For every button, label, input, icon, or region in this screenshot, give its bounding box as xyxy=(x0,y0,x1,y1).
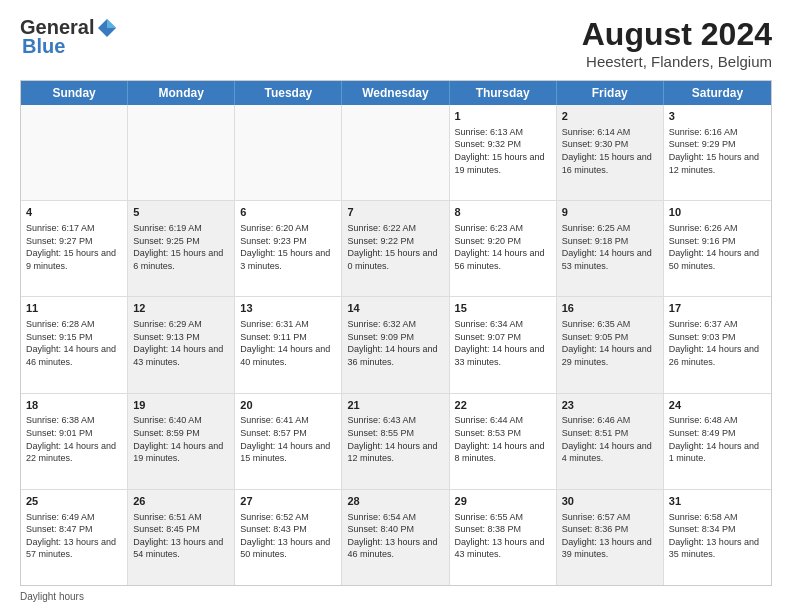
cal-header-day-thursday: Thursday xyxy=(450,81,557,105)
cell-info: Sunrise: 6:44 AM Sunset: 8:53 PM Dayligh… xyxy=(455,414,551,464)
cell-info: Sunrise: 6:32 AM Sunset: 9:09 PM Dayligh… xyxy=(347,318,443,368)
day-number: 11 xyxy=(26,301,122,316)
cell-info: Sunrise: 6:52 AM Sunset: 8:43 PM Dayligh… xyxy=(240,511,336,561)
cell-info: Sunrise: 6:19 AM Sunset: 9:25 PM Dayligh… xyxy=(133,222,229,272)
day-number: 20 xyxy=(240,398,336,413)
main-title: August 2024 xyxy=(582,16,772,53)
cal-header-day-monday: Monday xyxy=(128,81,235,105)
cell-info: Sunrise: 6:41 AM Sunset: 8:57 PM Dayligh… xyxy=(240,414,336,464)
day-number: 31 xyxy=(669,494,766,509)
cal-cell-10: 10Sunrise: 6:26 AM Sunset: 9:16 PM Dayli… xyxy=(664,201,771,296)
cell-info: Sunrise: 6:14 AM Sunset: 9:30 PM Dayligh… xyxy=(562,126,658,176)
cal-cell-empty-0-1 xyxy=(128,105,235,200)
logo-blue-text: Blue xyxy=(22,35,65,58)
day-number: 21 xyxy=(347,398,443,413)
day-number: 28 xyxy=(347,494,443,509)
day-number: 17 xyxy=(669,301,766,316)
cell-info: Sunrise: 6:20 AM Sunset: 9:23 PM Dayligh… xyxy=(240,222,336,272)
cell-info: Sunrise: 6:58 AM Sunset: 8:34 PM Dayligh… xyxy=(669,511,766,561)
day-number: 13 xyxy=(240,301,336,316)
day-number: 12 xyxy=(133,301,229,316)
cal-cell-24: 24Sunrise: 6:48 AM Sunset: 8:49 PM Dayli… xyxy=(664,394,771,489)
cell-info: Sunrise: 6:23 AM Sunset: 9:20 PM Dayligh… xyxy=(455,222,551,272)
cal-cell-2: 2Sunrise: 6:14 AM Sunset: 9:30 PM Daylig… xyxy=(557,105,664,200)
day-number: 14 xyxy=(347,301,443,316)
cal-cell-empty-0-0 xyxy=(21,105,128,200)
cell-info: Sunrise: 6:31 AM Sunset: 9:11 PM Dayligh… xyxy=(240,318,336,368)
svg-marker-1 xyxy=(107,19,116,28)
cal-cell-1: 1Sunrise: 6:13 AM Sunset: 9:32 PM Daylig… xyxy=(450,105,557,200)
cal-cell-29: 29Sunrise: 6:55 AM Sunset: 8:38 PM Dayli… xyxy=(450,490,557,585)
day-number: 3 xyxy=(669,109,766,124)
cal-cell-30: 30Sunrise: 6:57 AM Sunset: 8:36 PM Dayli… xyxy=(557,490,664,585)
cell-info: Sunrise: 6:34 AM Sunset: 9:07 PM Dayligh… xyxy=(455,318,551,368)
day-number: 7 xyxy=(347,205,443,220)
day-number: 18 xyxy=(26,398,122,413)
cell-info: Sunrise: 6:25 AM Sunset: 9:18 PM Dayligh… xyxy=(562,222,658,272)
calendar: SundayMondayTuesdayWednesdayThursdayFrid… xyxy=(20,80,772,586)
day-number: 23 xyxy=(562,398,658,413)
day-number: 6 xyxy=(240,205,336,220)
day-number: 29 xyxy=(455,494,551,509)
day-number: 15 xyxy=(455,301,551,316)
day-number: 10 xyxy=(669,205,766,220)
day-number: 1 xyxy=(455,109,551,124)
cell-info: Sunrise: 6:28 AM Sunset: 9:15 PM Dayligh… xyxy=(26,318,122,368)
cell-info: Sunrise: 6:17 AM Sunset: 9:27 PM Dayligh… xyxy=(26,222,122,272)
day-number: 22 xyxy=(455,398,551,413)
cal-cell-27: 27Sunrise: 6:52 AM Sunset: 8:43 PM Dayli… xyxy=(235,490,342,585)
calendar-header: SundayMondayTuesdayWednesdayThursdayFrid… xyxy=(21,81,771,105)
cell-info: Sunrise: 6:55 AM Sunset: 8:38 PM Dayligh… xyxy=(455,511,551,561)
cal-row-4: 25Sunrise: 6:49 AM Sunset: 8:47 PM Dayli… xyxy=(21,490,771,585)
cal-cell-13: 13Sunrise: 6:31 AM Sunset: 9:11 PM Dayli… xyxy=(235,297,342,392)
cal-cell-14: 14Sunrise: 6:32 AM Sunset: 9:09 PM Dayli… xyxy=(342,297,449,392)
cell-info: Sunrise: 6:51 AM Sunset: 8:45 PM Dayligh… xyxy=(133,511,229,561)
cell-info: Sunrise: 6:57 AM Sunset: 8:36 PM Dayligh… xyxy=(562,511,658,561)
cell-info: Sunrise: 6:26 AM Sunset: 9:16 PM Dayligh… xyxy=(669,222,766,272)
day-number: 25 xyxy=(26,494,122,509)
cal-row-2: 11Sunrise: 6:28 AM Sunset: 9:15 PM Dayli… xyxy=(21,297,771,393)
cal-cell-11: 11Sunrise: 6:28 AM Sunset: 9:15 PM Dayli… xyxy=(21,297,128,392)
cal-cell-8: 8Sunrise: 6:23 AM Sunset: 9:20 PM Daylig… xyxy=(450,201,557,296)
cal-header-day-wednesday: Wednesday xyxy=(342,81,449,105)
cell-info: Sunrise: 6:16 AM Sunset: 9:29 PM Dayligh… xyxy=(669,126,766,176)
cal-cell-31: 31Sunrise: 6:58 AM Sunset: 8:34 PM Dayli… xyxy=(664,490,771,585)
cal-cell-21: 21Sunrise: 6:43 AM Sunset: 8:55 PM Dayli… xyxy=(342,394,449,489)
header: General Blue August 2024 Heestert, Fland… xyxy=(20,16,772,70)
cal-cell-empty-0-3 xyxy=(342,105,449,200)
title-block: August 2024 Heestert, Flanders, Belgium xyxy=(582,16,772,70)
day-number: 5 xyxy=(133,205,229,220)
cal-cell-26: 26Sunrise: 6:51 AM Sunset: 8:45 PM Dayli… xyxy=(128,490,235,585)
cell-info: Sunrise: 6:22 AM Sunset: 9:22 PM Dayligh… xyxy=(347,222,443,272)
cell-info: Sunrise: 6:49 AM Sunset: 8:47 PM Dayligh… xyxy=(26,511,122,561)
cal-cell-12: 12Sunrise: 6:29 AM Sunset: 9:13 PM Dayli… xyxy=(128,297,235,392)
cell-info: Sunrise: 6:40 AM Sunset: 8:59 PM Dayligh… xyxy=(133,414,229,464)
cal-cell-4: 4Sunrise: 6:17 AM Sunset: 9:27 PM Daylig… xyxy=(21,201,128,296)
cal-cell-5: 5Sunrise: 6:19 AM Sunset: 9:25 PM Daylig… xyxy=(128,201,235,296)
subtitle: Heestert, Flanders, Belgium xyxy=(582,53,772,70)
day-number: 27 xyxy=(240,494,336,509)
cal-cell-16: 16Sunrise: 6:35 AM Sunset: 9:05 PM Dayli… xyxy=(557,297,664,392)
day-number: 24 xyxy=(669,398,766,413)
day-number: 8 xyxy=(455,205,551,220)
cal-row-0: 1Sunrise: 6:13 AM Sunset: 9:32 PM Daylig… xyxy=(21,105,771,201)
cell-info: Sunrise: 6:13 AM Sunset: 9:32 PM Dayligh… xyxy=(455,126,551,176)
cal-header-day-tuesday: Tuesday xyxy=(235,81,342,105)
cell-info: Sunrise: 6:38 AM Sunset: 9:01 PM Dayligh… xyxy=(26,414,122,464)
cal-cell-9: 9Sunrise: 6:25 AM Sunset: 9:18 PM Daylig… xyxy=(557,201,664,296)
cal-cell-18: 18Sunrise: 6:38 AM Sunset: 9:01 PM Dayli… xyxy=(21,394,128,489)
calendar-body: 1Sunrise: 6:13 AM Sunset: 9:32 PM Daylig… xyxy=(21,105,771,585)
cal-cell-6: 6Sunrise: 6:20 AM Sunset: 9:23 PM Daylig… xyxy=(235,201,342,296)
day-number: 16 xyxy=(562,301,658,316)
logo-flag-icon xyxy=(96,17,118,39)
cal-cell-19: 19Sunrise: 6:40 AM Sunset: 8:59 PM Dayli… xyxy=(128,394,235,489)
cal-cell-15: 15Sunrise: 6:34 AM Sunset: 9:07 PM Dayli… xyxy=(450,297,557,392)
cal-header-day-sunday: Sunday xyxy=(21,81,128,105)
cal-cell-25: 25Sunrise: 6:49 AM Sunset: 8:47 PM Dayli… xyxy=(21,490,128,585)
page: General Blue August 2024 Heestert, Fland… xyxy=(0,0,792,612)
day-number: 19 xyxy=(133,398,229,413)
cal-cell-empty-0-2 xyxy=(235,105,342,200)
cal-cell-22: 22Sunrise: 6:44 AM Sunset: 8:53 PM Dayli… xyxy=(450,394,557,489)
day-number: 26 xyxy=(133,494,229,509)
cal-row-3: 18Sunrise: 6:38 AM Sunset: 9:01 PM Dayli… xyxy=(21,394,771,490)
